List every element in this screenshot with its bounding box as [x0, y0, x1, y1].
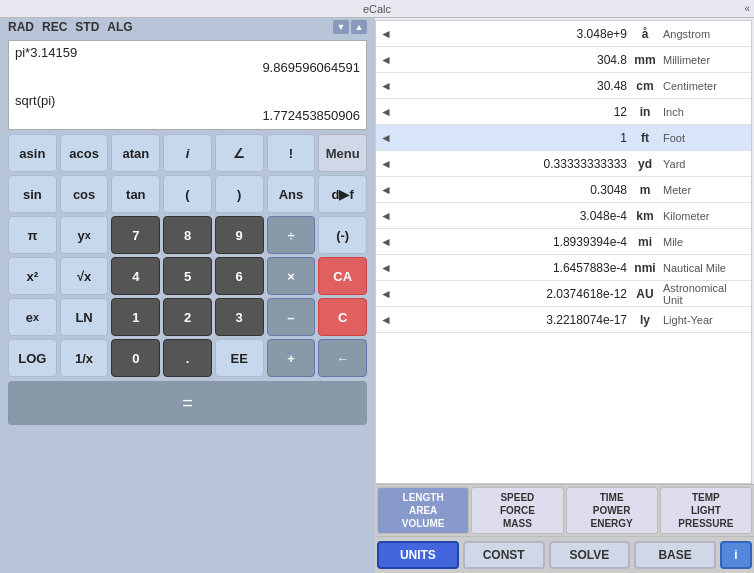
category-btn[interactable]: LENGTH AREA VOLUME: [377, 487, 469, 534]
btn-equals[interactable]: =: [8, 381, 367, 425]
btn-dtof[interactable]: d▶f: [318, 175, 367, 213]
btn-3[interactable]: 3: [215, 298, 264, 336]
btn-subtract[interactable]: –: [267, 298, 316, 336]
category-btn[interactable]: TIME POWER ENERGY: [566, 487, 658, 534]
app-container: eCalc « RAD REC STD ALG ▼ ▲ pi*3.14159 9…: [0, 0, 754, 573]
unit-arrow-icon[interactable]: ◄: [378, 105, 394, 119]
unit-arrow-icon[interactable]: ◄: [378, 209, 394, 223]
unit-symbol: cm: [631, 79, 659, 93]
display-row-1: pi*3.14159 9.869596064591: [15, 45, 360, 75]
btn-close-paren[interactable]: ): [215, 175, 264, 213]
btn-row-3: π yx 7 8 9 ÷ (-): [8, 216, 367, 254]
button-grid: asin acos atan i ∠ ! Menu sin cos tan ( …: [8, 134, 367, 377]
btn-ee[interactable]: EE: [215, 339, 264, 377]
category-btn[interactable]: TEMP LIGHT PRESSURE: [660, 487, 752, 534]
unit-symbol: ft: [631, 131, 659, 145]
btn-1[interactable]: 1: [111, 298, 160, 336]
btn-acos[interactable]: acos: [60, 134, 109, 172]
btn-2[interactable]: 2: [163, 298, 212, 336]
btn-atan[interactable]: atan: [111, 134, 160, 172]
unit-row[interactable]: ◄3.048e+9åAngstrom: [376, 21, 751, 47]
tab-btn[interactable]: SOLVE: [549, 541, 631, 569]
btn-dot[interactable]: .: [163, 339, 212, 377]
btn-pi[interactable]: π: [8, 216, 57, 254]
unit-row[interactable]: ◄1ftFoot: [376, 125, 751, 151]
unit-arrow-icon[interactable]: ◄: [378, 287, 394, 301]
btn-ex[interactable]: ex: [8, 298, 57, 336]
btn-angle[interactable]: ∠: [215, 134, 264, 172]
btn-ca[interactable]: CA: [318, 257, 367, 295]
btn-ln[interactable]: LN: [60, 298, 109, 336]
unit-arrow-icon[interactable]: ◄: [378, 79, 394, 93]
unit-arrow-icon[interactable]: ◄: [378, 53, 394, 67]
display-result-1: 9.869596064591: [15, 60, 360, 75]
btn-factorial[interactable]: !: [267, 134, 316, 172]
unit-symbol: å: [631, 27, 659, 41]
btn-sq[interactable]: x²: [8, 257, 57, 295]
btn-8[interactable]: 8: [163, 216, 212, 254]
btn-multiply[interactable]: ×: [267, 257, 316, 295]
unit-arrow-icon[interactable]: ◄: [378, 131, 394, 145]
btn-tan[interactable]: tan: [111, 175, 160, 213]
btn-open-paren[interactable]: (: [163, 175, 212, 213]
unit-row[interactable]: ◄3.2218074e-17lyLight-Year: [376, 307, 751, 333]
btn-5[interactable]: 5: [163, 257, 212, 295]
display-row-2: sqrt(pi) 1.772453850906: [15, 93, 360, 123]
unit-row[interactable]: ◄2.0374618e-12AUAstronomical Unit: [376, 281, 751, 307]
tab-btn[interactable]: i: [720, 541, 752, 569]
unit-value: 304.8: [394, 53, 631, 67]
unit-row[interactable]: ◄0.3048mMeter: [376, 177, 751, 203]
category-btn[interactable]: SPEED FORCE MASS: [471, 487, 563, 534]
btn-7[interactable]: 7: [111, 216, 160, 254]
unit-arrow-icon[interactable]: ◄: [378, 235, 394, 249]
unit-row[interactable]: ◄12inInch: [376, 99, 751, 125]
mode-std[interactable]: STD: [75, 20, 99, 34]
btn-menu[interactable]: Menu: [318, 134, 367, 172]
btn-cos[interactable]: cos: [60, 175, 109, 213]
btn-9[interactable]: 9: [215, 216, 264, 254]
unit-arrow-icon[interactable]: ◄: [378, 157, 394, 171]
btn-neg[interactable]: (-): [318, 216, 367, 254]
btn-sqrt[interactable]: √x: [60, 257, 109, 295]
btn-asin[interactable]: asin: [8, 134, 57, 172]
btn-log[interactable]: LOG: [8, 339, 57, 377]
calculator-panel: RAD REC STD ALG ▼ ▲ pi*3.14159 9.8695960…: [0, 0, 375, 573]
unit-row[interactable]: ◄0.33333333333ydYard: [376, 151, 751, 177]
btn-6[interactable]: 6: [215, 257, 264, 295]
mode-arrow-up[interactable]: ▲: [351, 20, 367, 34]
btn-c[interactable]: C: [318, 298, 367, 336]
unit-row[interactable]: ◄1.8939394e-4miMile: [376, 229, 751, 255]
btn-divide[interactable]: ÷: [267, 216, 316, 254]
unit-value: 2.0374618e-12: [394, 287, 631, 301]
unit-arrow-icon[interactable]: ◄: [378, 27, 394, 41]
btn-backspace[interactable]: ←: [318, 339, 367, 377]
unit-arrow-icon[interactable]: ◄: [378, 313, 394, 327]
btn-0[interactable]: 0: [111, 339, 160, 377]
btn-row-1: asin acos atan i ∠ ! Menu: [8, 134, 367, 172]
unit-value: 1.6457883e-4: [394, 261, 631, 275]
tab-btn[interactable]: CONST: [463, 541, 545, 569]
unit-name: Astronomical Unit: [659, 282, 749, 306]
btn-4[interactable]: 4: [111, 257, 160, 295]
btn-yx[interactable]: yx: [60, 216, 109, 254]
tab-btn[interactable]: BASE: [634, 541, 716, 569]
btn-sin[interactable]: sin: [8, 175, 57, 213]
unit-arrow-icon[interactable]: ◄: [378, 183, 394, 197]
collapse-icon[interactable]: «: [744, 3, 750, 14]
btn-ans[interactable]: Ans: [267, 175, 316, 213]
mode-rec[interactable]: REC: [42, 20, 67, 34]
btn-add[interactable]: +: [267, 339, 316, 377]
tab-btn[interactable]: UNITS: [377, 541, 459, 569]
unit-symbol: AU: [631, 287, 659, 301]
mode-alg[interactable]: ALG: [107, 20, 132, 34]
unit-value: 1.8939394e-4: [394, 235, 631, 249]
unit-row[interactable]: ◄3.048e-4kmKilometer: [376, 203, 751, 229]
unit-arrow-icon[interactable]: ◄: [378, 261, 394, 275]
unit-row[interactable]: ◄304.8mmMillimeter: [376, 47, 751, 73]
btn-recip[interactable]: 1/x: [60, 339, 109, 377]
mode-arrow-down[interactable]: ▼: [333, 20, 349, 34]
mode-rad[interactable]: RAD: [8, 20, 34, 34]
unit-row[interactable]: ◄1.6457883e-4nmiNautical Mile: [376, 255, 751, 281]
btn-i[interactable]: i: [163, 134, 212, 172]
unit-row[interactable]: ◄30.48cmCentimeter: [376, 73, 751, 99]
